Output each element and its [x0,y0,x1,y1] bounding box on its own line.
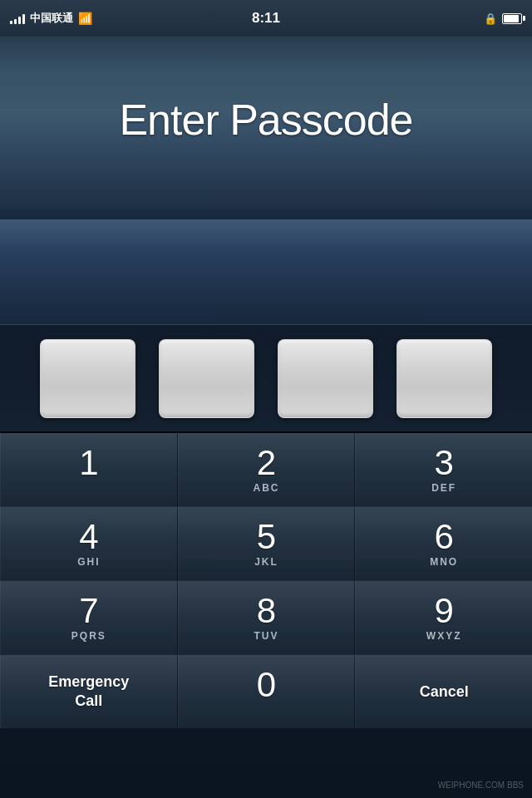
wifi-icon: 📶 [78,12,92,25]
key-8[interactable]: 8 TUV [178,581,356,654]
key-8-letters: TUV [254,630,279,642]
key-9[interactable]: 9 WXYZ [355,581,532,654]
passcode-box-3 [278,339,373,418]
key-4[interactable]: 4 GHI [0,507,178,580]
status-time: 8:11 [252,10,280,27]
emergency-call-button[interactable]: EmergencyCall [0,655,178,728]
keypad-row-1: 1 2 ABC 3 DEF [0,432,532,506]
key-9-letters: WXYZ [426,630,462,642]
key-2[interactable]: 2 ABC [178,433,356,506]
status-right: 🔒 [484,12,522,25]
key-5-number: 5 [257,520,276,554]
key-7-letters: PQRS [71,630,106,642]
page-title: Enter Passcode [119,95,412,145]
key-1-number: 1 [79,446,98,480]
key-9-number: 9 [435,594,454,628]
passcode-box-2 [159,339,254,418]
keypad-separator [0,431,532,433]
emergency-call-label: EmergencyCall [48,672,129,712]
key-6-letters: MNO [430,556,458,568]
key-2-number: 2 [257,446,276,480]
cancel-button[interactable]: Cancel [355,655,532,728]
key-0-number: 0 [257,667,276,702]
key-2-letters: ABC [254,482,280,494]
keypad-row-3: 7 PQRS 8 TUV 9 WXYZ [0,580,532,654]
lock-icon: 🔒 [484,12,497,25]
keypad-row-4: EmergencyCall 0 Cancel [0,654,532,728]
title-section: Enter Passcode [0,37,532,203]
key-4-letters: GHI [77,556,100,568]
keypad-row-2: 4 GHI 5 JKL 6 MNO [0,506,532,580]
key-1[interactable]: 1 [0,433,178,506]
cancel-label: Cancel [420,683,469,701]
key-0-letters [264,704,268,716]
key-4-number: 4 [79,520,98,554]
battery-icon [502,13,522,24]
key-3-letters: DEF [431,482,456,494]
key-6[interactable]: 6 MNO [355,507,532,580]
key-8-number: 8 [257,594,276,628]
key-6-number: 6 [435,520,454,554]
carrier-label: 中国联通 [30,11,73,26]
passcode-input-area [0,324,532,432]
key-7-number: 7 [79,594,98,628]
key-1-letters [86,482,91,494]
status-bar: 中国联通 📶 8:11 🔒 [0,0,532,37]
key-3[interactable]: 3 DEF [355,433,532,506]
keypad: 1 2 ABC 3 DEF 4 GHI 5 JKL 6 MNO 7 PQRS [0,432,532,798]
passcode-box-4 [397,339,492,418]
key-5-letters: JKL [254,556,278,568]
key-7[interactable]: 7 PQRS [0,581,178,654]
status-left: 中国联通 📶 [10,11,92,26]
signal-icon [10,12,25,24]
passcode-box-1 [40,339,135,418]
key-3-number: 3 [435,446,454,480]
key-5[interactable]: 5 JKL [178,507,356,580]
key-0[interactable]: 0 [178,655,356,728]
